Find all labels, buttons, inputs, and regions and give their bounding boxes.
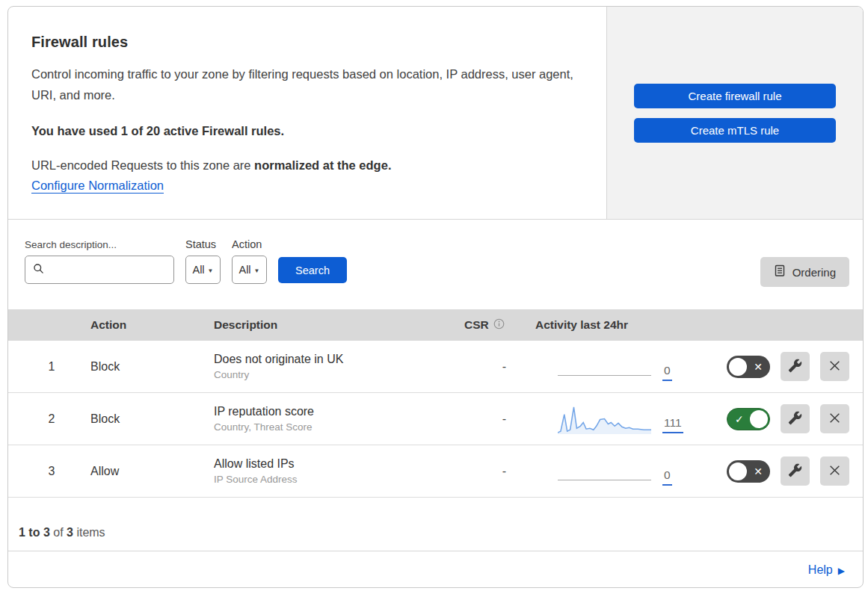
wrench-icon — [788, 359, 802, 375]
rule-description: Allow listed IPs — [214, 457, 446, 471]
activity-sparkline — [558, 405, 651, 433]
action-dropdown[interactable]: All ▼ — [232, 256, 267, 284]
action-dropdown-value: All — [238, 264, 250, 276]
pagination-total: 3 — [67, 526, 73, 539]
column-header-csr: CSR — [464, 318, 489, 332]
normalization-bold: normalized at the edge. — [254, 158, 391, 172]
rule-csr: - — [446, 465, 517, 478]
table-header: Action Description CSR Activity last 24h… — [8, 309, 863, 341]
create-mtls-rule-button[interactable]: Create mTLS rule — [634, 118, 836, 143]
rule-enabled-toggle[interactable]: ✕ — [727, 356, 770, 378]
delete-rule-button[interactable] — [820, 352, 849, 381]
page-title: Firewall rules — [31, 34, 576, 51]
rule-fields: Country — [214, 369, 446, 380]
info-icon[interactable] — [493, 318, 505, 332]
rule-priority: 2 — [8, 412, 76, 426]
table-row: 2 Block IP reputation score Country, Thr… — [8, 393, 863, 445]
help-link-label: Help — [808, 563, 833, 577]
close-icon — [828, 359, 841, 374]
rule-fields: Country, Threat Score — [214, 421, 446, 433]
activity-sparkline — [558, 353, 651, 381]
rule-csr: - — [446, 412, 517, 426]
activity-count-link[interactable]: 0 — [662, 468, 672, 486]
close-icon — [828, 464, 841, 479]
activity-count-link[interactable]: 0 — [662, 364, 672, 381]
chevron-down-icon: ▼ — [254, 267, 260, 274]
column-header-description: Description — [206, 318, 446, 332]
normalization-text: URL-encoded Requests to this zone are no… — [31, 158, 576, 173]
table-row: 1 Block Does not originate in UK Country… — [8, 341, 863, 393]
close-icon — [828, 412, 841, 427]
list-document-icon — [774, 264, 786, 279]
pagination-range: 1 to 3 — [19, 526, 50, 539]
header-text-block: Firewall rules Control incoming traffic … — [8, 7, 606, 219]
toggle-knob — [729, 358, 747, 376]
search-icon — [33, 263, 44, 277]
ordering-button-label: Ordering — [792, 266, 836, 279]
delete-rule-button[interactable] — [820, 457, 849, 486]
column-header-action: Action — [76, 318, 206, 332]
rule-enabled-toggle[interactable]: ✕ — [727, 460, 770, 483]
rule-description: Does not originate in UK — [214, 353, 446, 366]
actions-panel: Create firewall rule Create mTLS rule — [606, 7, 863, 219]
status-dropdown-value: All — [192, 264, 204, 276]
search-input-wrapper[interactable] — [25, 256, 174, 284]
toggle-state-icon: ✓ — [735, 414, 744, 424]
rule-priority: 3 — [8, 465, 76, 478]
rule-csr: - — [446, 360, 517, 374]
pagination-summary: 1 to 3 of 3 items — [8, 498, 863, 551]
status-label: Status — [185, 238, 221, 250]
usage-summary: You have used 1 of 20 active Firewall ru… — [31, 124, 576, 138]
rule-action: Block — [76, 412, 206, 426]
filter-bar: Search description... Status All ▼ Actio… — [8, 220, 863, 309]
rule-enabled-toggle[interactable]: ✓ — [727, 408, 770, 430]
rule-fields: IP Source Address — [214, 474, 446, 485]
search-button[interactable]: Search — [278, 257, 347, 283]
rule-action: Allow — [76, 465, 206, 478]
wrench-icon — [788, 463, 802, 480]
rule-action: Block — [76, 360, 206, 374]
search-label: Search description... — [25, 239, 174, 250]
edit-rule-button[interactable] — [781, 352, 810, 381]
create-firewall-rule-button[interactable]: Create firewall rule — [634, 84, 836, 108]
chevron-down-icon: ▼ — [208, 267, 214, 274]
rule-description: IP reputation score — [214, 405, 446, 418]
edit-rule-button[interactable] — [781, 457, 810, 486]
action-label: Action — [232, 238, 267, 250]
page-description: Control incoming traffic to your zone by… — [31, 64, 576, 105]
toggle-state-icon: ✕ — [754, 362, 763, 372]
toggle-knob — [750, 410, 768, 428]
edit-rule-button[interactable] — [781, 404, 810, 433]
configure-normalization-link[interactable]: Configure Normalization — [31, 179, 164, 193]
search-input[interactable] — [49, 264, 184, 276]
normalization-prefix: URL-encoded Requests to this zone are — [31, 158, 254, 172]
activity-sparkline — [558, 457, 651, 486]
wrench-icon — [788, 411, 802, 427]
help-link[interactable]: Help ▶ — [808, 563, 845, 577]
arrow-right-icon: ▶ — [838, 566, 845, 576]
header-section: Firewall rules Control incoming traffic … — [8, 7, 863, 220]
help-bar: Help ▶ — [8, 551, 863, 588]
activity-count-link[interactable]: 111 — [662, 416, 683, 433]
status-dropdown[interactable]: All ▼ — [185, 256, 221, 284]
column-header-activity: Activity last 24hr — [517, 318, 689, 332]
ordering-button[interactable]: Ordering — [760, 257, 849, 287]
rule-priority: 1 — [8, 360, 76, 374]
delete-rule-button[interactable] — [820, 404, 849, 433]
table-row: 3 Allow Allow listed IPs IP Source Addre… — [8, 445, 863, 498]
toggle-state-icon: ✕ — [754, 466, 763, 477]
firewall-rules-card: Firewall rules Control incoming traffic … — [7, 6, 864, 588]
toggle-knob — [729, 462, 747, 480]
